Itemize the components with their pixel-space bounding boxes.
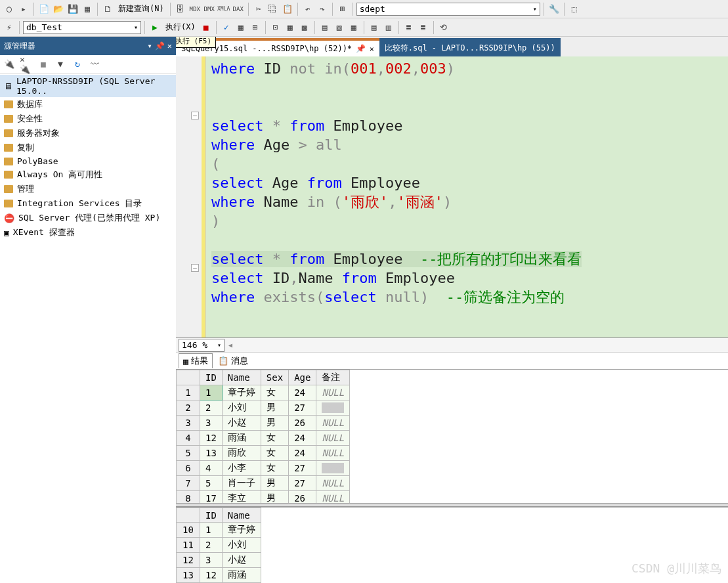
db-icon[interactable]: 🗄 xyxy=(174,3,187,16)
indent-icon[interactable]: ≣ xyxy=(402,21,416,34)
close-icon[interactable]: ✕ xyxy=(370,45,374,53)
tab-inactive[interactable]: 比较符.sql - LAPTO...RSSD9IP\hp (55)) xyxy=(379,38,561,56)
opts-icon[interactable]: ⊞ xyxy=(249,21,262,34)
uncomment-icon[interactable]: ▥ xyxy=(382,21,395,34)
plan-icon[interactable]: ▦ xyxy=(234,21,247,34)
sql-editor[interactable]: where ID not in(001,002,003) select * fr… xyxy=(206,56,728,337)
sidebar-toolbar: 🔌 ×🔌 ■ ▼ ↻ 〰 xyxy=(0,55,176,74)
main-toolbar-2: ⚡ db_Test ▾ ▶ 执行(X) ■ ✓ ▦ ⊞ ⊡ ▦ ▩ ▤ ▧ ▦ … xyxy=(0,18,728,37)
tree-item[interactable]: PolyBase xyxy=(0,155,176,167)
close-icon[interactable]: ✕ xyxy=(167,41,172,51)
open-icon[interactable]: 📂 xyxy=(52,3,65,16)
text-icon[interactable]: ▧ xyxy=(333,21,346,34)
redo-icon[interactable]: ↷ xyxy=(316,3,329,16)
tree-item[interactable]: 复制 xyxy=(0,140,176,155)
messages-tab[interactable]: 📋 消息 xyxy=(214,354,252,368)
opts4-icon[interactable]: ▩ xyxy=(298,21,311,34)
search-value: sdept xyxy=(360,4,385,14)
ext-icon[interactable]: ⬚ xyxy=(568,3,581,16)
connect-icon[interactable]: 🔌 xyxy=(3,58,16,71)
editor-tabs: 执行 (F5) SQLQuery15.sql -...RSSD9IP\hp (5… xyxy=(176,37,728,56)
opts3-icon[interactable]: ▦ xyxy=(284,21,297,34)
sidebar-title: 源管理器 ▾📌✕ xyxy=(0,37,176,55)
editor-area: 执行 (F5) SQLQuery15.sql -...RSSD9IP\hp (5… xyxy=(176,37,728,583)
parse-icon[interactable]: ✓ xyxy=(220,21,233,34)
database-selector[interactable]: db_Test ▾ xyxy=(23,21,141,34)
new-query-icon[interactable]: 🗋 xyxy=(101,3,114,16)
save-icon[interactable]: 💾 xyxy=(66,3,79,16)
opts2-icon[interactable]: ⊡ xyxy=(269,21,282,34)
file-icon[interactable]: ▦ xyxy=(347,21,360,34)
sync-icon[interactable]: ⟲ xyxy=(437,21,450,34)
tree-item[interactable]: ⛔SQL Server 代理(已禁用代理 XP) xyxy=(0,211,176,225)
tree-item[interactable]: ▣XEvent 探查器 xyxy=(0,225,176,240)
xmla-icon[interactable]: XMLA xyxy=(217,3,230,16)
connect-icon[interactable]: ⚡ xyxy=(3,21,16,34)
watermark: CSDN @川川菜鸟 xyxy=(632,561,721,576)
fold-icon[interactable]: − xyxy=(191,112,199,119)
cut-icon[interactable]: ✂ xyxy=(252,3,265,16)
dropdown-icon: ▾ xyxy=(533,5,537,12)
dropdown-icon[interactable]: ▾ xyxy=(148,41,152,51)
pin-icon[interactable]: 📌 xyxy=(356,44,366,53)
execute-button[interactable]: 执行(X) xyxy=(163,22,198,33)
pin-icon[interactable]: 📌 xyxy=(155,41,165,51)
stop-icon[interactable]: ■ xyxy=(200,21,213,34)
tree-item[interactable]: Integration Services 目录 xyxy=(0,196,176,211)
object-explorer: 源管理器 ▾📌✕ 🔌 ×🔌 ■ ▼ ↻ 〰 🖥 LAPTOP-NRSSD9IP … xyxy=(0,37,176,583)
disconnect-icon[interactable]: ×🔌 xyxy=(20,58,33,71)
activity-icon[interactable]: 〰 xyxy=(88,58,101,71)
server-node[interactable]: 🖥 LAPTOP-NRSSD9IP (SQL Server 15.0.. xyxy=(0,75,176,97)
tree-item[interactable]: 数据库 xyxy=(0,97,176,112)
main-toolbar-1: ◯▸ 📄 📂 💾 ▦ 🗋 新建查询(N) 🗄 MDX DMX XMLA DAX … xyxy=(0,0,728,18)
scroll-left-icon[interactable]: ◀ xyxy=(228,341,232,349)
results-tab[interactable]: ▦ 结果 xyxy=(179,353,213,368)
undo-icon[interactable]: ↶ xyxy=(301,3,314,16)
zoom-selector[interactable]: 146 %▾ xyxy=(179,339,225,352)
execute-icon[interactable]: ▶ xyxy=(148,21,161,34)
dropdown-icon: ▾ xyxy=(134,24,138,31)
new-file-icon[interactable]: 📄 xyxy=(37,3,51,16)
fwd-icon[interactable]: ▸ xyxy=(17,3,30,16)
tree-item[interactable]: 服务器对象 xyxy=(0,126,176,140)
outdent-icon[interactable]: ≣ xyxy=(417,21,430,34)
tree-item[interactable]: Always On 高可用性 xyxy=(0,167,176,182)
comment-icon[interactable]: ▤ xyxy=(368,21,381,34)
stop-icon[interactable]: ■ xyxy=(37,58,50,71)
object-tree: 🖥 LAPTOP-NRSSD9IP (SQL Server 15.0.. 数据库… xyxy=(0,74,176,583)
tool-icon[interactable]: 🔧 xyxy=(547,3,561,16)
new-query-button[interactable]: 新建查询(N) xyxy=(116,3,167,14)
editor-gutter: − − xyxy=(176,56,206,337)
results-tabs: ▦ 结果 📋 消息 xyxy=(176,352,728,369)
tree-item[interactable]: 安全性 xyxy=(0,112,176,126)
execute-tooltip: 执行 (F5) xyxy=(176,37,216,48)
tree-item[interactable]: 管理 xyxy=(0,182,176,196)
dmx-icon[interactable]: DMX xyxy=(203,3,216,16)
mdx-icon[interactable]: MDX xyxy=(188,3,202,16)
results-grid-1[interactable]: IDNameSexAge备注11章子婷女24NULL22小刘男27xxxx33小… xyxy=(176,369,728,503)
paste-icon[interactable]: 📋 xyxy=(281,3,294,16)
save-all-icon[interactable]: ▦ xyxy=(81,3,94,16)
refresh-icon[interactable]: ↻ xyxy=(71,58,84,71)
filter-icon[interactable]: ▼ xyxy=(54,58,67,71)
search-box[interactable]: sdept ▾ xyxy=(356,3,540,16)
grid-icon[interactable]: ▤ xyxy=(318,21,332,34)
zoom-bar: 146 %▾ ◀ xyxy=(176,337,728,352)
registered-icon[interactable]: ⊞ xyxy=(336,3,349,16)
copy-icon[interactable]: ⿻ xyxy=(267,3,280,16)
dax-icon[interactable]: DAX xyxy=(232,3,245,16)
back-icon[interactable]: ◯ xyxy=(3,3,16,16)
fold-icon[interactable]: − xyxy=(191,264,199,272)
database-value: db_Test xyxy=(26,22,62,32)
